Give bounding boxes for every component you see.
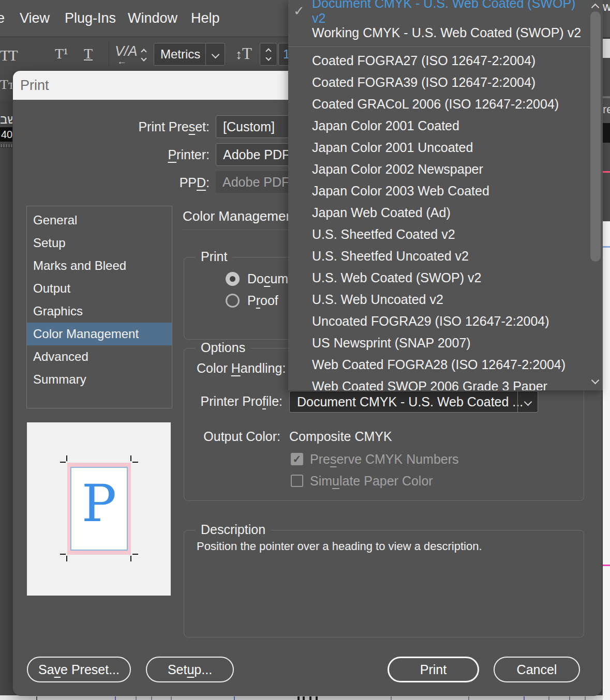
description-group: Description Position the pointer over a …: [184, 530, 584, 637]
crop-mark: [132, 462, 138, 463]
radio-proof[interactable]: Proof: [226, 293, 278, 308]
profile-option-label: Web Coated SWOP 2006 Grade 3 Paper: [312, 379, 547, 391]
settings-page-item[interactable]: Graphics: [27, 300, 172, 323]
background-right-edge: w re: [603, 0, 610, 700]
crop-mark: [60, 462, 66, 463]
profile-option-label: Web Coated FOGRA28 (ISO 12647-2:2004): [312, 357, 566, 372]
profile-option[interactable]: ✓ Web Coated SWOP 2006 Grade 3 Paper: [288, 375, 588, 390]
crop-mark: [130, 556, 131, 561]
print-button[interactable]: Print: [388, 657, 479, 682]
profile-option-label: Coated FOGRA39 (ISO 12647-2:2004): [312, 75, 535, 90]
profile-option[interactable]: ✓ Coated FOGRA27 (ISO 12647-2:2004): [288, 50, 588, 71]
output-color-label: Output Color:: [184, 429, 280, 444]
save-preset-button[interactable]: Save Preset...: [27, 657, 131, 682]
profile-option[interactable]: ✓ U.S. Sheetfed Uncoated v2: [288, 245, 588, 267]
radio-on-icon[interactable]: [226, 272, 240, 286]
settings-page-item[interactable]: Summary: [27, 368, 172, 391]
print-group-legend: Print: [196, 249, 232, 264]
profile-option-label: U.S. Web Coated (SWOP) v2: [312, 270, 481, 285]
dropdown-scrollbar[interactable]: [588, 0, 603, 390]
profile-option[interactable]: ✓ Web Coated FOGRA28 (ISO 12647-2:2004): [288, 354, 588, 375]
profile-option[interactable]: ✓ Coated FOGRA39 (ISO 12647-2:2004): [288, 71, 588, 93]
profile-option[interactable]: ✓ Japan Color 2001 Uncoated: [288, 136, 588, 158]
all-caps-icon[interactable]: TT: [0, 47, 17, 64]
checkmark-icon: ✓: [293, 3, 312, 19]
profile-option[interactable]: ✓ U.S. Sheetfed Coated v2: [288, 223, 588, 245]
setup-button[interactable]: Setup...: [146, 657, 234, 682]
menu-help[interactable]: Help: [191, 0, 220, 36]
background-number-field: 40: [0, 127, 12, 142]
simulate-paper-checkbox[interactable]: Simulate Paper Color: [291, 474, 433, 488]
toolbar-second-row-fragment: Tᴛ: [0, 71, 12, 100]
profile-option-label: US Newsprint (SNAP 2007): [312, 336, 471, 351]
profile-option-label: Uncoated FOGRA29 (ISO 12647-2:2004): [312, 314, 549, 329]
chevron-down-icon[interactable]: [517, 391, 538, 412]
guide-line-magenta: [603, 565, 610, 566]
ppd-value: Adobe PDF: [222, 175, 289, 189]
cancel-button[interactable]: Cancel: [494, 657, 580, 682]
profile-option-label: U.S. Web Uncoated v2: [312, 292, 443, 307]
profile-option[interactable]: ✓ Japan Web Coated (Ad): [288, 202, 588, 223]
profile-option[interactable]: ✓ Japan Color 2003 Web Coated: [288, 180, 588, 202]
profile-option[interactable]: ✓ Coated GRACoL 2006 (ISO 12647-2:2004): [288, 93, 588, 115]
menu-plugins[interactable]: Plug-Ins: [65, 0, 116, 36]
profile-option-label: Japan Color 2001 Coated: [312, 118, 459, 133]
page-thumbnail: P: [70, 467, 128, 551]
printer-profile-combobox[interactable]: Document CMYK - U.S. Web Coated ...: [289, 391, 538, 413]
simulate-paper-label: Simulate Paper Color: [310, 474, 433, 489]
options-group-legend: Options: [196, 340, 250, 355]
profile-option[interactable]: ✓ Working CMYK - U.S. Web Coated (SWOP) …: [288, 22, 588, 43]
superscript-icon[interactable]: T¹: [55, 45, 68, 62]
page-content-letter: P: [71, 475, 127, 532]
profile-option[interactable]: ✓ Document CMYK - U.S. Web Coated (SWOP)…: [288, 0, 588, 22]
profile-option[interactable]: ✓ Japan Color 2001 Coated: [288, 115, 588, 136]
settings-page-item[interactable]: Output: [27, 277, 172, 300]
scale-stepper[interactable]: [260, 43, 277, 66]
profile-option-label: U.S. Sheetfed Coated v2: [312, 227, 455, 242]
profile-option-label: Japan Color 2001 Uncoated: [312, 140, 473, 155]
profile-option-label: Working CMYK - U.S. Web Coated (SWOP) v2: [312, 25, 581, 40]
profile-option-label: U.S. Sheetfed Uncoated v2: [312, 249, 469, 264]
checkbox-empty-icon[interactable]: [291, 475, 303, 487]
output-color-value: Composite CMYK: [289, 429, 392, 444]
radio-off-icon[interactable]: [226, 294, 240, 308]
color-handling-label: Color Handling:: [197, 361, 286, 376]
settings-page-item[interactable]: General: [27, 209, 172, 232]
ppd-label: PPD:: [44, 171, 210, 194]
scrollbar-thumb[interactable]: [590, 11, 601, 262]
toolbar-divider: [109, 41, 109, 67]
menu-view[interactable]: View: [20, 0, 50, 36]
profile-option[interactable]: ✓ U.S. Web Coated (SWOP) v2: [288, 267, 588, 288]
profile-option[interactable]: ✓ U.S. Web Uncoated v2: [288, 288, 588, 310]
kerning-stepper[interactable]: [137, 44, 151, 65]
print-preset-label: Print Preset:: [44, 115, 210, 138]
printer-value: Adobe PDF: [223, 147, 290, 162]
profile-option-label: Japan Web Coated (Ad): [312, 205, 451, 220]
scroll-down-icon[interactable]: [592, 376, 598, 385]
kerning-value: Metrics: [160, 43, 200, 65]
underline-icon[interactable]: T: [84, 45, 93, 62]
settings-page-item[interactable]: Marks and Bleed: [27, 254, 172, 277]
printer-profile-label: Printer Profile:: [184, 394, 282, 409]
profile-option[interactable]: ✓ Uncoated FOGRA29 (ISO 12647-2:2004): [288, 310, 588, 332]
small-caps-icon: Tᴛ: [0, 77, 12, 93]
profile-option-label: Coated FOGRA27 (ISO 12647-2:2004): [312, 53, 535, 68]
settings-page-item[interactable]: Setup: [27, 232, 172, 254]
checkbox-checked-icon[interactable]: ✓: [291, 453, 303, 465]
crop-mark: [66, 556, 67, 561]
chevron-down-icon[interactable]: [205, 43, 225, 65]
profile-option[interactable]: ✓ US Newsprint (SNAP 2007): [288, 332, 588, 354]
settings-page-item[interactable]: Color Management: [27, 323, 172, 345]
settings-page-item[interactable]: Advanced: [27, 345, 172, 368]
vertical-scale-icon[interactable]: ↕T: [235, 44, 252, 63]
crop-mark: [60, 554, 66, 555]
crop-mark: [132, 554, 138, 555]
profile-options-list: ✓ Document CMYK - U.S. Web Coated (SWOP)…: [288, 0, 588, 390]
preserve-cmyk-checkbox[interactable]: ✓ Preserve CMYK Numbers: [291, 452, 459, 466]
profile-option[interactable]: ✓ Japan Color 2002 Newspaper: [288, 158, 588, 180]
edge-text-fragment-2: re: [603, 98, 610, 123]
kerning-combobox[interactable]: Metrics: [154, 43, 225, 66]
settings-pages-list: GeneralSetupMarks and BleedOutputGraphic…: [26, 206, 172, 408]
edge-text-fragment: w: [603, 0, 610, 37]
menu-window[interactable]: Window: [128, 0, 177, 36]
